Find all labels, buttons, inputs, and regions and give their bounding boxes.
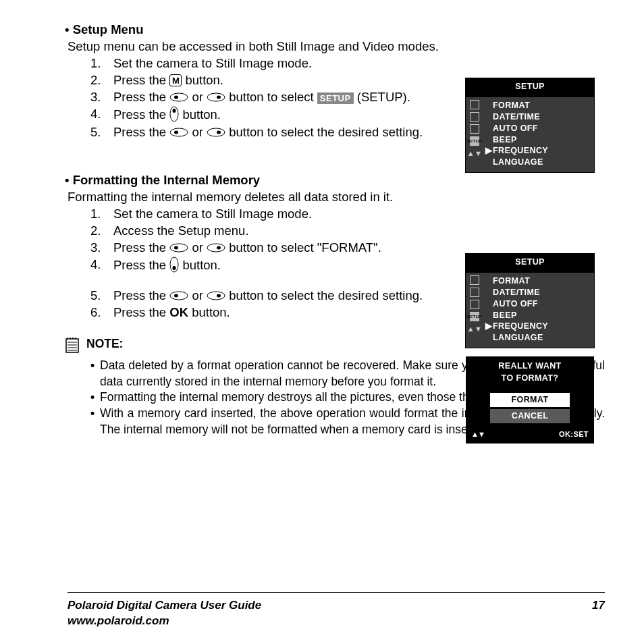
svg-point-13 bbox=[217, 246, 221, 250]
lcd-menu-list: FORMAT DATE/TIME AUTO OFF BEEP ▶FREQUENC… bbox=[483, 97, 594, 172]
ok-set-hint: OK:SET bbox=[559, 429, 589, 439]
down-nav-icon bbox=[169, 257, 179, 275]
m-button-icon: M bbox=[169, 74, 182, 86]
note-title: NOTE: bbox=[86, 336, 123, 352]
svg-point-0 bbox=[170, 93, 188, 101]
svg-point-16 bbox=[170, 292, 188, 300]
svg-point-3 bbox=[217, 95, 221, 99]
lcd-menu-list: FORMAT DATE/TIME AUTO OFF BEEP ▶FREQUENC… bbox=[483, 273, 594, 348]
ok-label: OK bbox=[169, 305, 188, 319]
right-scroll-icon bbox=[207, 290, 225, 303]
right-scroll-icon bbox=[207, 242, 225, 255]
updown-arrows-icon bbox=[471, 429, 485, 439]
page-footer: Polaroid Digital Camera User Guide www.p… bbox=[68, 592, 605, 629]
page-number: 17 bbox=[592, 598, 605, 614]
section-format-memory: • Formatting the Internal Memory Formatt… bbox=[68, 172, 520, 321]
section-intro: Setup menu can be accessed in both Still… bbox=[68, 38, 520, 55]
resolution-icon bbox=[470, 288, 479, 297]
option-format[interactable]: FORMAT bbox=[490, 393, 570, 407]
setup-tab-icon: SETUP bbox=[470, 136, 479, 146]
setup-tab-icon: SETUP bbox=[470, 312, 479, 321]
updown-arrows-icon: ▲▼ bbox=[470, 324, 479, 334]
option-cancel[interactable]: CANCEL bbox=[490, 409, 570, 423]
dialog-question: REALLY WANTTO FORMAT? bbox=[466, 356, 594, 391]
svg-point-1 bbox=[174, 95, 178, 99]
left-scroll-icon bbox=[169, 127, 188, 140]
left-scroll-icon bbox=[169, 290, 188, 303]
svg-point-12 bbox=[207, 244, 225, 252]
down-nav-icon bbox=[169, 106, 179, 125]
svg-point-10 bbox=[170, 244, 188, 252]
svg-point-6 bbox=[170, 128, 188, 136]
svg-point-17 bbox=[174, 294, 178, 297]
camera-icon bbox=[470, 100, 479, 109]
lcd-setup-panel-2: SETUP SETUP ▲▼ FORMAT DATE/TIME AUTO OFF… bbox=[466, 254, 594, 348]
svg-point-7 bbox=[174, 131, 178, 134]
svg-point-5 bbox=[173, 109, 176, 113]
updown-arrows-icon: ▲▼ bbox=[470, 149, 479, 159]
display-icon bbox=[470, 300, 479, 309]
resolution-icon bbox=[470, 112, 479, 122]
lcd-icon-column: SETUP ▲▼ bbox=[466, 97, 483, 172]
svg-point-8 bbox=[207, 128, 225, 136]
svg-point-18 bbox=[207, 292, 225, 300]
svg-point-9 bbox=[217, 131, 221, 134]
svg-point-19 bbox=[217, 294, 221, 297]
footer-left: Polaroid Digital Camera User Guide www.p… bbox=[68, 598, 261, 629]
svg-point-15 bbox=[173, 266, 176, 270]
right-scroll-icon bbox=[207, 92, 225, 105]
svg-point-11 bbox=[174, 246, 178, 250]
display-icon bbox=[470, 124, 479, 134]
format-confirm-dialog: REALLY WANTTO FORMAT? FORMAT CANCEL OK:S… bbox=[466, 356, 594, 444]
left-scroll-icon bbox=[169, 242, 188, 255]
setup-chip: SETUP bbox=[317, 92, 354, 104]
steps-list: 1.Set the camera to Still Image mode. 2.… bbox=[68, 206, 520, 275]
right-scroll-icon bbox=[207, 127, 225, 140]
camera-icon bbox=[470, 275, 479, 285]
section-title: • Setup Menu bbox=[65, 22, 520, 38]
left-scroll-icon bbox=[169, 92, 188, 105]
notepad-icon bbox=[65, 336, 80, 358]
section-title: • Formatting the Internal Memory bbox=[65, 172, 520, 189]
section-setup-menu: • Setup Menu Setup menu can be accessed … bbox=[68, 22, 520, 141]
lcd-icon-column: SETUP ▲▼ bbox=[466, 273, 483, 348]
svg-point-2 bbox=[207, 93, 225, 101]
lcd-setup-panel-1: SETUP SETUP ▲▼ FORMAT DATE/TIME AUTO OFF… bbox=[466, 78, 594, 172]
steps-list: 1.Set the camera to Still Image mode. 2.… bbox=[68, 55, 520, 141]
section-intro: Formatting the internal memory deletes a… bbox=[68, 189, 520, 206]
steps-list-cont: 5. Press the or button to select the des… bbox=[68, 288, 520, 321]
